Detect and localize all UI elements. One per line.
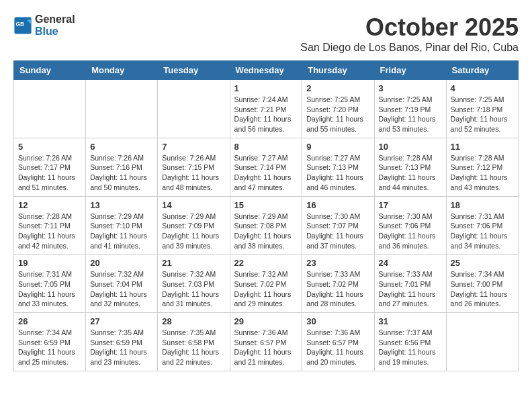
calendar-cell: 6Sunrise: 7:26 AM Sunset: 7:16 PM Daylig… xyxy=(86,138,158,196)
calendar-week-row: 19Sunrise: 7:31 AM Sunset: 7:05 PM Dayli… xyxy=(14,255,519,313)
day-info: Sunrise: 7:32 AM Sunset: 7:03 PM Dayligh… xyxy=(162,269,225,309)
day-number: 9 xyxy=(306,142,369,152)
weekday-header-row: SundayMondayTuesdayWednesdayThursdayFrid… xyxy=(14,61,519,80)
day-number: 3 xyxy=(379,83,442,93)
day-number: 31 xyxy=(379,316,442,326)
calendar-cell xyxy=(158,80,230,138)
calendar-cell: 28Sunrise: 7:35 AM Sunset: 6:58 PM Dayli… xyxy=(158,313,230,371)
calendar-cell: 1Sunrise: 7:24 AM Sunset: 7:21 PM Daylig… xyxy=(230,80,302,138)
calendar-cell: 9Sunrise: 7:27 AM Sunset: 7:13 PM Daylig… xyxy=(302,138,374,196)
day-number: 25 xyxy=(451,258,514,268)
title-area: October 2025 San Diego de Los Banos, Pin… xyxy=(300,13,519,54)
day-info: Sunrise: 7:28 AM Sunset: 7:13 PM Dayligh… xyxy=(379,153,442,193)
day-number: 27 xyxy=(90,316,153,326)
calendar-cell: 8Sunrise: 7:27 AM Sunset: 7:14 PM Daylig… xyxy=(230,138,302,196)
day-number: 2 xyxy=(306,83,369,93)
day-info: Sunrise: 7:24 AM Sunset: 7:21 PM Dayligh… xyxy=(234,95,298,134)
day-number: 15 xyxy=(234,200,298,210)
calendar-cell xyxy=(86,80,158,138)
day-info: Sunrise: 7:31 AM Sunset: 7:06 PM Dayligh… xyxy=(451,212,514,251)
logo: GB General Blue xyxy=(13,13,75,38)
calendar-cell: 12Sunrise: 7:28 AM Sunset: 7:11 PM Dayli… xyxy=(14,196,86,255)
calendar-cell: 10Sunrise: 7:28 AM Sunset: 7:13 PM Dayli… xyxy=(374,138,446,196)
calendar-cell: 31Sunrise: 7:37 AM Sunset: 6:56 PM Dayli… xyxy=(374,313,446,371)
calendar-cell: 3Sunrise: 7:25 AM Sunset: 7:19 PM Daylig… xyxy=(374,80,446,138)
weekday-header-saturday: Saturday xyxy=(446,61,518,80)
day-info: Sunrise: 7:29 AM Sunset: 7:10 PM Dayligh… xyxy=(90,212,153,251)
day-info: Sunrise: 7:32 AM Sunset: 7:02 PM Dayligh… xyxy=(234,269,298,309)
day-number: 24 xyxy=(379,258,442,268)
calendar-week-row: 12Sunrise: 7:28 AM Sunset: 7:11 PM Dayli… xyxy=(14,196,519,255)
day-info: Sunrise: 7:36 AM Sunset: 6:57 PM Dayligh… xyxy=(234,328,298,367)
calendar-cell: 29Sunrise: 7:36 AM Sunset: 6:57 PM Dayli… xyxy=(230,313,302,371)
calendar-cell: 25Sunrise: 7:34 AM Sunset: 7:00 PM Dayli… xyxy=(446,255,518,313)
day-number: 4 xyxy=(451,83,514,93)
day-number: 17 xyxy=(379,200,442,210)
day-info: Sunrise: 7:30 AM Sunset: 7:06 PM Dayligh… xyxy=(379,212,442,251)
day-info: Sunrise: 7:27 AM Sunset: 7:14 PM Dayligh… xyxy=(234,153,298,193)
calendar-cell: 16Sunrise: 7:30 AM Sunset: 7:07 PM Dayli… xyxy=(302,196,374,255)
day-info: Sunrise: 7:36 AM Sunset: 6:57 PM Dayligh… xyxy=(306,328,369,367)
calendar-cell: 23Sunrise: 7:33 AM Sunset: 7:02 PM Dayli… xyxy=(302,255,374,313)
day-info: Sunrise: 7:29 AM Sunset: 7:09 PM Dayligh… xyxy=(162,212,225,251)
weekday-header-sunday: Sunday xyxy=(14,61,86,80)
calendar-week-row: 26Sunrise: 7:34 AM Sunset: 6:59 PM Dayli… xyxy=(14,313,519,371)
day-info: Sunrise: 7:27 AM Sunset: 7:13 PM Dayligh… xyxy=(306,153,369,193)
day-number: 23 xyxy=(306,258,369,268)
day-number: 28 xyxy=(162,316,225,326)
day-info: Sunrise: 7:26 AM Sunset: 7:17 PM Dayligh… xyxy=(18,153,81,193)
day-info: Sunrise: 7:34 AM Sunset: 7:00 PM Dayligh… xyxy=(451,269,514,309)
day-number: 7 xyxy=(162,142,225,152)
calendar-cell: 4Sunrise: 7:25 AM Sunset: 7:18 PM Daylig… xyxy=(446,80,518,138)
day-number: 20 xyxy=(90,258,153,268)
weekday-header-thursday: Thursday xyxy=(302,61,374,80)
day-info: Sunrise: 7:25 AM Sunset: 7:18 PM Dayligh… xyxy=(451,95,514,134)
day-number: 10 xyxy=(379,142,442,152)
day-info: Sunrise: 7:28 AM Sunset: 7:11 PM Dayligh… xyxy=(18,212,81,251)
day-number: 11 xyxy=(451,142,514,152)
day-number: 6 xyxy=(90,142,153,152)
calendar-cell: 27Sunrise: 7:35 AM Sunset: 6:59 PM Dayli… xyxy=(86,313,158,371)
day-number: 30 xyxy=(306,316,369,326)
day-number: 16 xyxy=(306,200,369,210)
calendar-cell: 21Sunrise: 7:32 AM Sunset: 7:03 PM Dayli… xyxy=(158,255,230,313)
logo-icon: GB xyxy=(13,16,32,35)
day-number: 1 xyxy=(234,83,298,93)
day-info: Sunrise: 7:37 AM Sunset: 6:56 PM Dayligh… xyxy=(379,328,442,367)
day-number: 21 xyxy=(162,258,225,268)
day-info: Sunrise: 7:25 AM Sunset: 7:20 PM Dayligh… xyxy=(306,95,369,134)
weekday-header-friday: Friday xyxy=(374,61,446,80)
month-title: October 2025 xyxy=(300,13,519,42)
day-number: 8 xyxy=(234,142,298,152)
day-info: Sunrise: 7:26 AM Sunset: 7:16 PM Dayligh… xyxy=(90,153,153,193)
calendar-cell: 2Sunrise: 7:25 AM Sunset: 7:20 PM Daylig… xyxy=(302,80,374,138)
day-info: Sunrise: 7:31 AM Sunset: 7:05 PM Dayligh… xyxy=(18,269,81,309)
day-number: 22 xyxy=(234,258,298,268)
calendar-table: SundayMondayTuesdayWednesdayThursdayFrid… xyxy=(13,60,519,371)
day-number: 26 xyxy=(18,316,81,326)
day-info: Sunrise: 7:33 AM Sunset: 7:01 PM Dayligh… xyxy=(379,269,442,309)
day-number: 5 xyxy=(18,142,81,152)
calendar-cell: 30Sunrise: 7:36 AM Sunset: 6:57 PM Dayli… xyxy=(302,313,374,371)
day-number: 14 xyxy=(162,200,225,210)
day-number: 13 xyxy=(90,200,153,210)
day-info: Sunrise: 7:34 AM Sunset: 6:59 PM Dayligh… xyxy=(18,328,81,367)
calendar-cell: 11Sunrise: 7:28 AM Sunset: 7:12 PM Dayli… xyxy=(446,138,518,196)
day-info: Sunrise: 7:35 AM Sunset: 6:58 PM Dayligh… xyxy=(162,328,225,367)
calendar-cell: 19Sunrise: 7:31 AM Sunset: 7:05 PM Dayli… xyxy=(14,255,86,313)
logo-general-text: General xyxy=(35,13,75,26)
page-header: GB General Blue October 2025 San Diego d… xyxy=(13,13,519,54)
day-number: 18 xyxy=(451,200,514,210)
calendar-cell: 20Sunrise: 7:32 AM Sunset: 7:04 PM Dayli… xyxy=(86,255,158,313)
calendar-week-row: 5Sunrise: 7:26 AM Sunset: 7:17 PM Daylig… xyxy=(14,138,519,196)
calendar-cell: 13Sunrise: 7:29 AM Sunset: 7:10 PM Dayli… xyxy=(86,196,158,255)
day-number: 29 xyxy=(234,316,298,326)
day-info: Sunrise: 7:35 AM Sunset: 6:59 PM Dayligh… xyxy=(90,328,153,367)
calendar-cell: 7Sunrise: 7:26 AM Sunset: 7:15 PM Daylig… xyxy=(158,138,230,196)
weekday-header-wednesday: Wednesday xyxy=(230,61,302,80)
calendar-cell xyxy=(14,80,86,138)
weekday-header-monday: Monday xyxy=(86,61,158,80)
logo-blue-text: Blue xyxy=(35,26,75,38)
weekday-header-tuesday: Tuesday xyxy=(158,61,230,80)
day-info: Sunrise: 7:30 AM Sunset: 7:07 PM Dayligh… xyxy=(306,212,369,251)
